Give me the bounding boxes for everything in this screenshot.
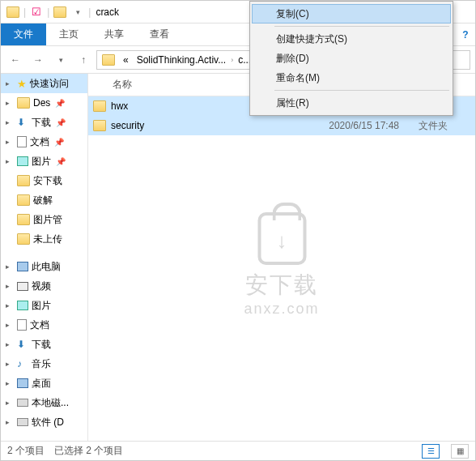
- chevron-right-icon: ▸: [6, 157, 14, 165]
- document-icon: [17, 319, 27, 331]
- folder-icon: [17, 175, 30, 186]
- ctx-properties[interactable]: 属性(R): [252, 93, 451, 113]
- menu-separator: [274, 26, 449, 27]
- table-row[interactable]: security 2020/6/15 17:48 文件夹: [88, 116, 475, 135]
- folder-icon: [6, 6, 19, 19]
- chevron-right-icon: ▸: [6, 399, 14, 407]
- context-menu: 复制(C) 创建快捷方式(S) 删除(D) 重命名(M) 属性(R): [249, 1, 453, 116]
- chevron-right-icon: ▸: [6, 138, 14, 146]
- ctx-rename[interactable]: 重命名(M): [252, 68, 451, 88]
- pin-icon: 📌: [54, 138, 64, 147]
- music-icon: ♪: [17, 358, 28, 369]
- sidebar-item[interactable]: 破解: [1, 190, 87, 210]
- sidebar-item[interactable]: ▸视频: [1, 276, 87, 296]
- chevron-right-icon: ▸: [6, 99, 14, 107]
- folder-icon: [93, 100, 106, 112]
- ctx-delete[interactable]: 删除(D): [252, 49, 451, 68]
- sidebar-item[interactable]: ▸本地磁...: [1, 393, 87, 412]
- sep: |: [88, 6, 91, 18]
- sidebar-item-label: 图片: [32, 299, 51, 313]
- disk-icon: [17, 399, 28, 407]
- pin-icon: 📌: [56, 157, 66, 166]
- chevron-right-icon: ▸: [6, 340, 14, 348]
- chevron-right-icon: ▸: [6, 79, 14, 88]
- chevron-right-icon: ▸: [6, 321, 14, 329]
- view-details-button[interactable]: ☰: [422, 444, 440, 459]
- desktop-icon: [17, 378, 28, 388]
- document-icon: [17, 136, 27, 147]
- sidebar-item[interactable]: ▸Des📌: [1, 93, 87, 113]
- sidebar-this-pc[interactable]: ▸此电脑: [1, 257, 87, 276]
- sidebar-item-label: 图片管: [33, 213, 62, 227]
- sidebar-item[interactable]: 安下载: [1, 171, 87, 190]
- ctx-create-shortcut[interactable]: 创建快捷方式(S): [252, 29, 451, 49]
- tab-home[interactable]: 主页: [46, 23, 91, 45]
- crumb-prefix[interactable]: «: [120, 54, 132, 66]
- sidebar-item[interactable]: 图片管: [1, 210, 87, 229]
- help-icon[interactable]: ?: [456, 23, 475, 45]
- chevron-right-icon: ▸: [6, 118, 14, 126]
- star-icon: ★: [17, 78, 27, 90]
- sidebar-item-label: 本地磁...: [32, 396, 69, 410]
- sidebar-item[interactable]: ▸文档📌: [1, 132, 87, 152]
- chevron-right-icon: ▸: [6, 418, 14, 426]
- sidebar-item[interactable]: ▸桌面: [1, 373, 87, 393]
- recent-dropdown[interactable]: ▾: [51, 50, 70, 70]
- chevron-right-icon: ▸: [6, 282, 14, 290]
- sidebar-item[interactable]: ▸图片📌: [1, 152, 87, 171]
- status-selected-count: 已选择 2 个项目: [54, 444, 123, 458]
- sidebar-item-label: 视频: [32, 280, 51, 293]
- file-name: security: [111, 120, 289, 131]
- sidebar-item[interactable]: ▸图片: [1, 296, 87, 315]
- sidebar-item[interactable]: ▸文档: [1, 315, 87, 335]
- tab-share[interactable]: 共享: [91, 23, 137, 45]
- sidebar-item-label: 下载: [32, 338, 51, 352]
- sidebar-item-label: Des: [33, 97, 50, 109]
- sidebar-item-label: 图片: [32, 155, 51, 169]
- chevron-right-icon[interactable]: ›: [231, 56, 233, 64]
- sidebar-item-label: 文档: [30, 318, 49, 332]
- sidebar-item-label: 文档: [30, 135, 49, 149]
- folder-icon: [53, 6, 66, 19]
- sep: |: [47, 6, 49, 18]
- forward-button[interactable]: →: [28, 50, 48, 70]
- sidebar-item[interactable]: ▸⬇下载📌: [1, 113, 87, 132]
- tab-view[interactable]: 查看: [137, 23, 182, 45]
- folder-icon: [17, 233, 30, 245]
- folder-icon: [17, 97, 30, 109]
- file-type: 文件夹: [404, 119, 448, 133]
- sidebar-item[interactable]: 未上传: [1, 229, 87, 249]
- chevron-right-icon: ▸: [6, 379, 14, 387]
- up-button[interactable]: ↑: [74, 50, 93, 70]
- sidebar-item-label: 桌面: [32, 377, 51, 391]
- breadcrumb-1[interactable]: SolidThinking.Activ...: [134, 54, 230, 66]
- status-item-count: 2 个项目: [7, 444, 45, 458]
- pin-icon: 📌: [55, 99, 65, 108]
- menu-separator: [274, 90, 449, 91]
- dropdown-icon[interactable]: ▾: [71, 6, 84, 19]
- sidebar-item[interactable]: ▸⬇下载: [1, 335, 87, 354]
- file-date: 2020/6/15 17:48: [294, 120, 399, 131]
- sidebar-item[interactable]: ▸软件 (D: [1, 412, 87, 432]
- view-icons-button[interactable]: ▦: [451, 444, 469, 459]
- sidebar-item-label: 未上传: [33, 233, 62, 246]
- tab-file[interactable]: 文件: [1, 23, 46, 45]
- download-icon: ⬇: [17, 117, 28, 128]
- sidebar: ▸ ★ 快速访问 ▸Des📌 ▸⬇下载📌 ▸文档📌 ▸图片📌 安下载 破解 图片…: [1, 74, 88, 441]
- folder-icon: [99, 54, 118, 66]
- chevron-right-icon: ▸: [6, 301, 14, 309]
- sidebar-item-label: 安下载: [33, 174, 62, 188]
- pc-icon: [17, 262, 28, 271]
- chevron-right-icon: ▸: [6, 263, 14, 271]
- main: ▸ ★ 快速访问 ▸Des📌 ▸⬇下载📌 ▸文档📌 ▸图片📌 安下载 破解 图片…: [1, 74, 475, 441]
- file-list: hwx 2020/6/15 17:48 文件夹 security 2020/6/…: [88, 96, 475, 441]
- folder-icon: [93, 120, 106, 131]
- ctx-copy[interactable]: 复制(C): [252, 4, 451, 23]
- back-button[interactable]: ←: [6, 50, 25, 70]
- sidebar-quick-access[interactable]: ▸ ★ 快速访问: [1, 74, 87, 93]
- statusbar: 2 个项目 已选择 2 个项目 ☰ ▦: [1, 441, 475, 460]
- check-icon[interactable]: ☑: [30, 6, 43, 19]
- sidebar-item-label: 快速访问: [30, 77, 69, 91]
- sidebar-item[interactable]: ▸♪音乐: [1, 354, 87, 373]
- video-icon: [17, 282, 28, 291]
